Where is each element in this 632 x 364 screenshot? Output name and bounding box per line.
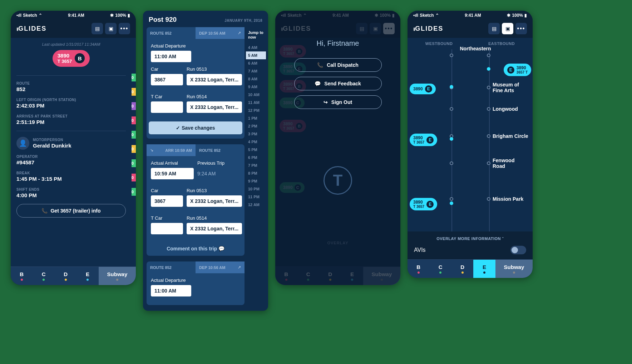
- actual-departure-input[interactable]: 11:00 AM: [151, 285, 191, 296]
- time-slot[interactable]: 11 PM: [247, 193, 265, 201]
- operator-label: OPERATOR: [16, 155, 126, 159]
- time-slot[interactable]: 5 PM: [247, 146, 265, 154]
- time-slot[interactable]: 4 AM: [247, 44, 265, 51]
- break-value: 1:45 PM - 3:15 PM: [16, 176, 126, 182]
- actual-departure-label: Actual Departure: [151, 278, 240, 283]
- time-ruler[interactable]: Jump to now 4 AM 5 AM 6 AM 7 AM 8 AM 9 A…: [247, 27, 265, 305]
- car-input[interactable]: 3867: [151, 195, 183, 207]
- jump-to-now-button[interactable]: Jump to now: [247, 29, 265, 41]
- departure-tab[interactable]: DEP 10:56 AM↗: [196, 261, 245, 273]
- tab-e[interactable]: E: [76, 267, 98, 285]
- sign-out-button[interactable]: ↪Sign Out: [294, 95, 382, 109]
- tab-subway[interactable]: Subway: [495, 260, 533, 278]
- arrival-tab[interactable]: ↘ARR 10:59 AM: [147, 144, 196, 156]
- vehicle-marker-westbound[interactable]: 3890E: [410, 84, 436, 94]
- left-origin-value: 2:42:03 PM: [16, 103, 126, 109]
- run1-input[interactable]: X 2332 Logan, Terr...: [187, 74, 242, 85]
- screen-line-map: •ıll Sketch ⌃ 9:41 AM ✱100%▮ GLIDES ▤ ▣ …: [408, 11, 533, 278]
- tab-subway[interactable]: Subway: [99, 267, 136, 285]
- time-slot[interactable]: 1 PM: [247, 114, 265, 122]
- menu-icon[interactable]: •••: [515, 23, 527, 34]
- time-slot[interactable]: 12 PM: [247, 106, 265, 114]
- logout-icon: ↪: [324, 99, 328, 105]
- vehicle-marker-westbound[interactable]: 3890T 3657E: [410, 134, 437, 146]
- route-tab[interactable]: ROUTE 852: [147, 261, 196, 273]
- tab-c[interactable]: C: [33, 267, 54, 285]
- vehicle-dot: [450, 85, 453, 89]
- run2-input[interactable]: X 2332 Logan, Terr...: [187, 223, 242, 234]
- tcar-input[interactable]: [151, 223, 183, 234]
- tab-e[interactable]: E: [473, 260, 495, 278]
- time-slot[interactable]: 10 PM: [247, 185, 265, 193]
- vehicle-marker-westbound[interactable]: 3890T 3657E: [410, 198, 437, 210]
- stop-name: Mission Park: [493, 196, 528, 202]
- car-input[interactable]: 3867: [151, 74, 183, 85]
- time-slot[interactable]: 6 AM: [247, 59, 265, 67]
- post-date: JANUARY 9TH, 2018: [224, 19, 262, 23]
- tab-b[interactable]: B: [408, 260, 429, 278]
- tab-c[interactable]: C: [429, 260, 451, 278]
- menu-overlay[interactable]: Hi, Firstname 📞Call Dispatch 💬Send Feedb…: [275, 11, 400, 285]
- time-slot[interactable]: 4 PM: [247, 138, 265, 146]
- run1-label: Run 0513: [187, 188, 242, 193]
- time-slot[interactable]: 10 AM: [247, 91, 265, 99]
- avatar-icon: 👤: [16, 137, 29, 150]
- car-label: Car: [151, 66, 183, 72]
- status-bar: •ıll Sketch ⌃ 9:41 AM ✱100%▮: [11, 11, 136, 19]
- collapse-icon: ↘: [150, 148, 153, 153]
- time-slot[interactable]: 3 PM: [247, 130, 265, 138]
- status-bar: •ıll Sketch ⌃ 9:41 AM ✱100%▮: [408, 11, 533, 19]
- line-map: Northeastern E38903657 T Museum of Fine …: [408, 49, 533, 231]
- arrives-label: ARRIVES AT PARK STREET: [16, 114, 126, 118]
- time-slot[interactable]: 6 PM: [247, 154, 265, 161]
- departure-tab[interactable]: DEP 10:56 AM↗: [196, 27, 245, 39]
- route-tab[interactable]: ROUTE 852: [196, 144, 245, 156]
- vehicle-marker-eastbound[interactable]: E38903657 T: [504, 64, 531, 76]
- time-slot[interactable]: 2 PM: [247, 122, 265, 130]
- tab-d[interactable]: D: [55, 267, 76, 285]
- bottom-nav: B C D E Subway: [11, 266, 136, 285]
- stop-name: Longwood: [493, 106, 528, 112]
- comment-on-trip-button[interactable]: Comment on this trip 💬: [151, 243, 240, 251]
- time-slot[interactable]: 7 PM: [247, 161, 265, 169]
- app-header: GLIDES ▤ ▣ •••: [408, 19, 533, 38]
- send-feedback-button[interactable]: 💬Send Feedback: [294, 77, 382, 90]
- time-slot[interactable]: 7 AM: [247, 67, 265, 75]
- phone-icon: 📞: [317, 62, 323, 68]
- time-slot[interactable]: 8 AM: [247, 75, 265, 83]
- actual-arrival-input[interactable]: 10:59 AM: [151, 168, 194, 179]
- trailer-info-button[interactable]: 📞Get 3657 (trailer) info: [16, 204, 126, 218]
- tcar-input[interactable]: [151, 101, 183, 113]
- run2-input[interactable]: X 2332 Logan, Terr...: [187, 101, 242, 113]
- vehicle-dot: [450, 201, 453, 205]
- train-icon[interactable]: ▣: [105, 23, 117, 34]
- tab-d[interactable]: D: [451, 260, 473, 278]
- actual-departure-input[interactable]: 11:00 AM: [151, 51, 191, 62]
- schedule-icon[interactable]: ▤: [488, 23, 500, 34]
- time-slot-current[interactable]: 5 AM: [246, 51, 266, 59]
- call-dispatch-button[interactable]: 📞Call Dispatch: [294, 58, 382, 72]
- arrives-value: 2:51:19 PM: [16, 119, 126, 125]
- time-slot[interactable]: 9 AM: [247, 83, 265, 91]
- post-title: Post 920: [149, 16, 177, 24]
- time-slot[interactable]: 12 AM: [247, 201, 265, 209]
- actual-arrival-label: Actual Arrival: [151, 160, 194, 166]
- menu-icon[interactable]: •••: [119, 23, 130, 34]
- run1-input[interactable]: X 2332 Logan, Terr...: [187, 195, 242, 207]
- vehicle-badge[interactable]: 3890T 3657 B: [53, 50, 90, 67]
- save-changes-button[interactable]: ✓ Save changes: [149, 121, 242, 134]
- greeting-text: Hi, Firstname: [275, 39, 400, 48]
- overlay-panel-header[interactable]: OVERLAY MORE INFORMATION ˆ: [414, 236, 526, 241]
- actual-departure-label: Actual Departure: [151, 43, 240, 49]
- tab-b[interactable]: B: [11, 267, 33, 285]
- train-icon[interactable]: ▣: [502, 23, 513, 34]
- time-slot[interactable]: 11 AM: [247, 99, 265, 106]
- line-badge: B: [75, 53, 85, 63]
- time-slot[interactable]: 8 PM: [247, 169, 265, 177]
- app-logo: GLIDES: [16, 25, 46, 33]
- schedule-icon[interactable]: ▤: [92, 23, 103, 34]
- route-tab[interactable]: ROUTE 852: [147, 27, 196, 39]
- vehicle-dot: [487, 67, 490, 71]
- avis-toggle[interactable]: [510, 246, 526, 254]
- time-slot[interactable]: 9 PM: [247, 177, 265, 185]
